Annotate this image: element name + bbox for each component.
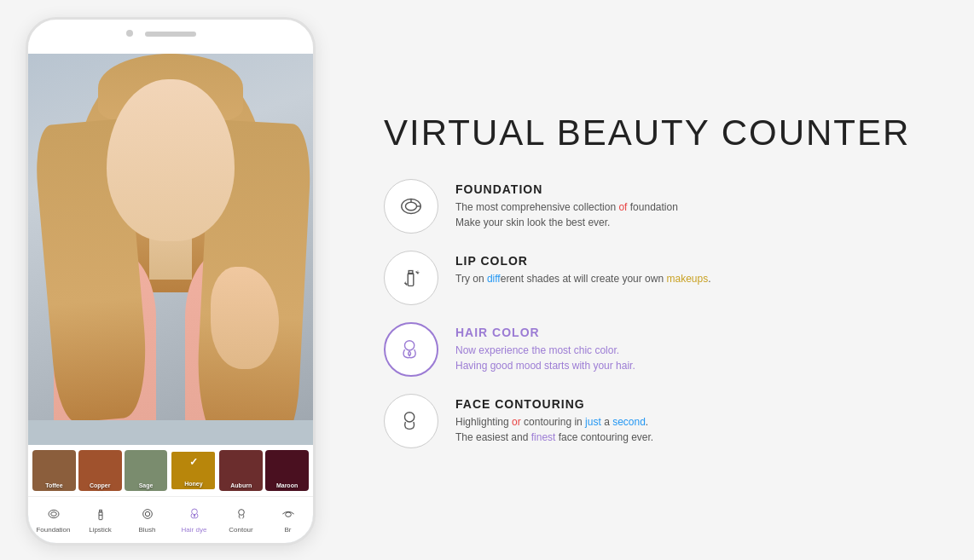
swatch-copper[interactable]: Copper	[78, 450, 122, 491]
svg-rect-3	[99, 510, 101, 512]
feature-title-lipcolor: LIP COLOR	[455, 254, 711, 268]
feature-icon-contouring	[384, 394, 438, 448]
phone-screen: Toffee Copper Sage Honey Auburn Maroon	[28, 54, 313, 543]
phone-camera	[126, 30, 133, 37]
feature-icon-lipcolor: + +	[384, 251, 438, 305]
nav-hairdye-label: Hair dye	[182, 526, 207, 534]
face-image	[28, 54, 313, 420]
feature-item-haircolor: HAIR COLOR Now experience the most chic …	[384, 322, 931, 377]
bottom-nav: Foundation Lipstick	[28, 496, 313, 543]
feature-item-contouring: FACE CONTOURING Highlighting or contouri…	[384, 394, 931, 448]
phone-speaker	[145, 32, 196, 37]
right-panel: VIRTUAL BEAUTY COUNTER FOUNDATION The mo…	[341, 0, 974, 560]
nav-blush[interactable]: Blush	[124, 507, 171, 534]
feature-icon-foundation	[384, 179, 438, 234]
page-title: VIRTUAL BEAUTY COUNTER	[384, 113, 931, 153]
feature-desc-lipcolor: Try on different shades at will create y…	[455, 271, 711, 286]
feature-title-haircolor: HAIR COLOR	[455, 326, 635, 339]
nav-contour[interactable]: Contour	[217, 507, 264, 534]
nav-foundation-label: Foundation	[36, 526, 70, 534]
svg-point-6	[145, 511, 149, 516]
face-overlay	[107, 79, 235, 241]
svg-rect-15	[409, 270, 413, 274]
nav-hairdye[interactable]: Hair dye	[171, 507, 217, 534]
svg-point-7	[191, 509, 197, 515]
color-swatches: Toffee Copper Sage Honey Auburn Maroon	[28, 445, 313, 496]
left-panel: Toffee Copper Sage Honey Auburn Maroon	[0, 0, 341, 560]
nav-br[interactable]: Br	[264, 507, 311, 534]
feature-content-haircolor: HAIR COLOR Now experience the most chic …	[455, 322, 635, 373]
nav-contour-label: Contour	[229, 526, 252, 534]
feature-desc-contouring: Highlighting or contouring in just a sec…	[455, 414, 653, 445]
feature-content-foundation: FOUNDATION The most comprehensive collec…	[455, 179, 678, 230]
svg-point-8	[238, 509, 244, 515]
nav-lipstick-label: Lipstick	[89, 526, 112, 534]
feature-title-contouring: FACE CONTOURING	[455, 397, 653, 411]
feature-content-lipcolor: LIP COLOR Try on different shades at wil…	[455, 251, 711, 286]
svg-point-11	[405, 202, 416, 210]
feature-desc-haircolor: Now experience the most chic color. Havi…	[455, 343, 635, 373]
svg-rect-2	[99, 511, 102, 519]
feature-list: FOUNDATION The most comprehensive collec…	[384, 179, 931, 448]
feature-icon-haircolor	[384, 322, 438, 377]
lipstick-icon	[94, 507, 107, 524]
svg-point-1	[50, 511, 56, 516]
feature-content-contouring: FACE CONTOURING Highlighting or contouri…	[455, 394, 653, 445]
contour-icon	[235, 507, 248, 524]
swatch-maroon[interactable]: Maroon	[265, 450, 309, 491]
feature-desc-foundation: The most comprehensive collection of fou…	[455, 199, 678, 230]
nav-lipstick[interactable]: Lipstick	[77, 507, 124, 534]
nav-blush-label: Blush	[138, 526, 155, 534]
svg-text:+: +	[404, 280, 409, 287]
foundation-icon	[47, 507, 61, 524]
svg-rect-14	[408, 273, 414, 286]
phone-frame: Toffee Copper Sage Honey Auburn Maroon	[26, 17, 316, 546]
nav-foundation[interactable]: Foundation	[30, 507, 77, 534]
br-icon	[281, 507, 295, 524]
swatch-toffee[interactable]: Toffee	[32, 450, 76, 491]
nav-br-label: Br	[285, 526, 292, 534]
swatch-honey[interactable]: Honey	[170, 450, 217, 491]
svg-point-9	[285, 512, 291, 517]
svg-text:+: +	[416, 268, 420, 276]
swatch-sage[interactable]: Sage	[125, 450, 168, 491]
feature-title-foundation: FOUNDATION	[455, 182, 678, 196]
feature-item-foundation: FOUNDATION The most comprehensive collec…	[384, 179, 931, 234]
blush-icon	[141, 507, 154, 524]
svg-point-21	[405, 412, 415, 421]
swatch-auburn[interactable]: Auburn	[219, 450, 263, 491]
svg-point-20	[405, 340, 415, 349]
hairdye-icon	[188, 507, 201, 524]
feature-item-lipcolor: + + LIP COLOR Try on different shades at…	[384, 251, 931, 305]
svg-point-5	[142, 509, 152, 518]
svg-point-0	[49, 510, 59, 517]
